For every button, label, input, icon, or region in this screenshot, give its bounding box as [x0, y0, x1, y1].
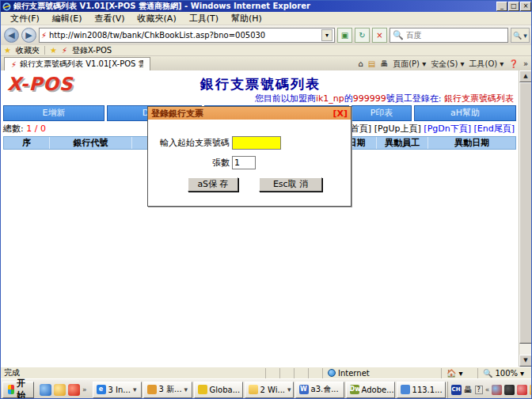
tray-app-icon[interactable] [492, 385, 502, 395]
command-overflow[interactable]: » [523, 59, 528, 68]
taskbar-window-adobe[interactable]: Dw Adobe... [346, 382, 395, 398]
search-input[interactable] [406, 31, 505, 40]
protected-mode-icon: 🏠 [446, 369, 456, 378]
menu-tools[interactable]: 工具(T) [183, 12, 225, 25]
status-segment [265, 368, 279, 378]
security-zone: Internet [322, 368, 441, 378]
tools-menu[interactable]: 工具(O) ▾ [469, 59, 504, 70]
cancel-button[interactable]: Esc取 消 [259, 177, 322, 192]
search-box: 🔍 [390, 28, 508, 43]
help-button[interactable]: aH幫助 [414, 105, 516, 121]
pagination-pgdn[interactable]: [PgDn下頁] [424, 124, 471, 134]
start-label: 开始 [17, 378, 28, 399]
search-go-icon: 🔍 [513, 32, 522, 40]
menu-help[interactable]: 幫助(H) [225, 12, 268, 25]
qq-tray-icon[interactable] [504, 385, 515, 395]
taskbar-window-group-2[interactable]: 3 新... ▾ [143, 382, 192, 398]
command-bar: ⌂ ▤ 🖶 頁面(P) ▾ 安全(S) ▾ 工具(O) ▾ ❓ » [358, 57, 532, 70]
divider [44, 46, 45, 55]
dialog-title: 登錄銀行支票 [151, 108, 203, 120]
app-icon [198, 385, 207, 394]
add-favorite-icon[interactable]: ★ [50, 46, 57, 55]
group-dropdown-arrow: ▾ [133, 386, 137, 393]
dialog-close-button[interactable]: [X] [332, 108, 348, 119]
help-icon[interactable]: ❓ [508, 59, 518, 68]
scroll-up-arrow[interactable]: ▲ [519, 70, 532, 82]
menu-edit[interactable]: 編輯(E) [46, 12, 89, 25]
home-icon[interactable]: ⌂ [358, 59, 363, 68]
refresh-button[interactable]: ↻ [355, 28, 370, 43]
col-modify-date: 異動日期 [428, 137, 515, 149]
wangwang-icon[interactable] [54, 384, 66, 396]
protected-mode-cell[interactable]: 🏠 ▾ [441, 368, 477, 378]
start-number-input[interactable] [232, 136, 281, 150]
safety-menu[interactable]: 安全(S) ▾ [431, 59, 464, 70]
forward-button[interactable]: ▶ [21, 28, 36, 43]
save-button[interactable]: aS保 存 [188, 177, 238, 192]
help-tray-icon[interactable]: ? [475, 386, 483, 394]
vertical-scrollbar[interactable]: ▲ ▼ [519, 70, 531, 367]
start-button[interactable]: 开始 [2, 382, 34, 398]
qq-icon[interactable] [68, 384, 80, 396]
back-button[interactable]: ◀ [4, 28, 19, 43]
compatibility-view-icon[interactable]: ▣ [337, 28, 352, 43]
taskbar-button-label: a3.會... [311, 384, 339, 395]
taskbar-window-doc[interactable]: W a3.會... [295, 382, 344, 398]
taskbar-button-label: Adobe... [362, 386, 394, 394]
stop-button[interactable]: × [372, 28, 387, 43]
app-icon [401, 385, 410, 394]
col-modify-employee: 異動員工 [377, 137, 428, 149]
qq-tray-icon2[interactable] [517, 385, 527, 395]
search-go-button[interactable]: 🔍▾ [511, 28, 530, 43]
taskbar-window-group-ie[interactable]: e 3 In... ▾ [93, 382, 142, 398]
tab-favicon: ⚡ [11, 60, 17, 69]
feeds-icon[interactable]: ▤ [368, 59, 375, 68]
start-number-label: 輸入起始支票號碼 [160, 137, 230, 149]
total-label: 總數: [3, 124, 24, 134]
language-indicator[interactable]: CH [451, 385, 462, 395]
zone-label: Internet [338, 369, 370, 378]
printer-tray-icon[interactable]: 🖶 [464, 385, 473, 395]
page-menu[interactable]: 頁面(P) ▾ [393, 59, 426, 70]
taskbar-window-global[interactable]: Globa... [194, 382, 243, 398]
tray-collapse-arrow[interactable]: « [485, 386, 490, 393]
print-table-button[interactable]: P印表 [352, 105, 412, 121]
status-segment [294, 368, 308, 378]
close-button[interactable]: × [520, 2, 531, 11]
pagination-pgup[interactable]: [PgUp上頁] [374, 124, 421, 134]
taskbar-button-label: 2 Wi... [260, 386, 286, 394]
zoom-control[interactable]: 🔍 100% ▾ [477, 368, 532, 378]
pagination-end[interactable]: [End尾頁] [474, 124, 515, 134]
register-check-dialog: 登錄銀行支票 [X] 輸入起始支票號碼 張數 aS保 存 Esc取 消 [147, 106, 352, 207]
maximize-button[interactable]: □ [508, 2, 519, 11]
login-status-page: 銀行支票號碼列表 [444, 93, 514, 104]
col-bank-code: 銀行代號 [50, 137, 132, 149]
zoom-level: 100% [495, 369, 518, 378]
print-icon[interactable]: 🖶 [380, 59, 388, 68]
tab-active[interactable]: ⚡ 銀行支票號碼列表 V1.01[X-POS 雲通商務網] [4, 57, 150, 70]
windows-flag-icon [8, 385, 14, 394]
count-input[interactable] [232, 156, 256, 169]
taskbar-window-group-folders[interactable]: 2 Wi... ▾ [245, 382, 294, 398]
favorite-link[interactable]: 登錄X-POS [72, 45, 112, 56]
add-button[interactable]: E增新 [3, 105, 104, 121]
address-input[interactable] [49, 31, 319, 40]
status-bar: 完成 Internet 🏠 ▾ 🔍 100% ▾ [1, 367, 532, 378]
menu-view[interactable]: 查看(V) [88, 12, 131, 25]
group-dropdown-arrow: ▾ [184, 386, 188, 393]
dialog-titlebar[interactable]: 登錄銀行支票 [X] [148, 107, 351, 120]
address-dropdown[interactable]: ▾ [321, 29, 332, 41]
ie-icon: e [97, 385, 106, 394]
menu-file[interactable]: 文件(F) [4, 12, 46, 25]
taskbar-window-7[interactable]: 113.1... [397, 382, 446, 398]
messenger-icon[interactable] [40, 384, 51, 396]
favorites-button[interactable]: 收藏夾 [16, 45, 40, 56]
menu-favorites[interactable]: 收藏夾(A) [131, 12, 183, 25]
quick-launch: » [37, 384, 89, 396]
scroll-thumb[interactable] [519, 82, 532, 344]
minimize-button[interactable]: _ [496, 2, 507, 11]
merchant-id: ik1_np [316, 93, 344, 104]
quick-launch-overflow[interactable]: » [82, 386, 87, 393]
favorites-star-icon: ★ [4, 46, 11, 55]
scroll-down-arrow[interactable]: ▼ [519, 355, 532, 367]
